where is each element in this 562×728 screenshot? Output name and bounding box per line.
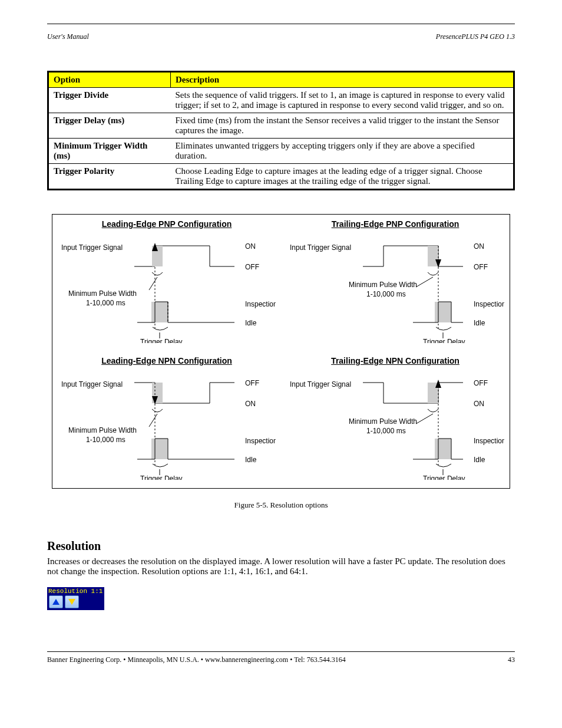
svg-text:1-10,000 ms: 1-10,000 ms (366, 427, 406, 435)
running-header: User's Manual PresencePLUS P4 GEO 1.3 (47, 32, 515, 41)
svg-text:Trigger Delay: Trigger Delay (423, 475, 465, 480)
header-right: PresencePLUS P4 GEO 1.3 (436, 32, 515, 41)
svg-text:Idle: Idle (474, 456, 485, 464)
table-row: Trigger Polarity Choose Leading Edge to … (48, 164, 514, 190)
svg-line-35 (149, 414, 157, 427)
svg-text:ON: ON (474, 242, 484, 251)
svg-text:Idle: Idle (245, 456, 257, 464)
svg-line-49 (416, 414, 433, 424)
desc-cell: Fixed time (ms) from the instant the Sen… (171, 113, 514, 139)
svg-text:Input Trigger Signal: Input Trigger Signal (290, 243, 351, 252)
desc-cell: Choose Leading Edge to capture images at… (171, 164, 514, 190)
svg-text:ON: ON (245, 400, 256, 408)
svg-text:Input Trigger Signal: Input Trigger Signal (290, 380, 351, 388)
svg-text:Minimum Pulse Width: Minimum Pulse Width (68, 289, 137, 298)
svg-text:1-10,000 ms: 1-10,000 ms (366, 290, 406, 298)
svg-text:OFF: OFF (474, 263, 488, 271)
diag-title-leading-pnp: Leading-Edge PNP Configuration (56, 219, 277, 229)
resolution-widget: Resolution 1:1 (47, 587, 104, 610)
resolution-up-button[interactable] (49, 595, 63, 608)
opt-cell: Trigger Polarity (48, 164, 171, 190)
opt-cell: Trigger Divide (48, 88, 171, 113)
svg-text:Minimum Pulse Width: Minimum Pulse Width (349, 281, 417, 289)
desc-cell: Eliminates unwanted triggers by acceptin… (171, 139, 514, 164)
svg-line-6 (149, 277, 157, 290)
opt-cell: Minimum Trigger Width (ms) (48, 139, 171, 164)
svg-rect-24 (435, 302, 451, 322)
table-row: Trigger Divide Sets the sequence of vali… (48, 88, 514, 113)
svg-text:ON: ON (474, 400, 484, 408)
table-row: Minimum Trigger Width (ms) Eliminates un… (48, 139, 514, 164)
resolution-down-button[interactable] (65, 595, 79, 608)
svg-text:Idle: Idle (245, 319, 257, 327)
diagram-trailing-pnp: Input Trigger Signal ON OFF Minimum Puls… (286, 231, 504, 343)
svg-rect-16 (428, 246, 438, 266)
table-row: Trigger Delay (ms) Fixed time (ms) from … (48, 113, 514, 139)
svg-text:ON: ON (245, 242, 256, 251)
resolution-body: Increases or decreases the resolution on… (47, 556, 515, 577)
svg-text:Trigger Delay: Trigger Delay (140, 475, 183, 480)
footer-left: Banner Engineering Corp. • Minneapolis, … (47, 655, 346, 664)
svg-rect-52 (435, 439, 451, 459)
svg-text:Minimum Pulse Width: Minimum Pulse Width (349, 417, 417, 426)
timing-diagram-figure: Leading-Edge PNP Configuration Input Tri… (52, 214, 510, 489)
svg-text:1-10,000 ms: 1-10,000 ms (86, 436, 125, 444)
resolution-value-label: Resolution 1:1 (47, 587, 104, 595)
svg-rect-9 (151, 302, 168, 322)
footer-right: 43 (508, 655, 515, 664)
diagram-leading-npn: Input Trigger Signal OFF ON Minimum Puls… (58, 368, 276, 480)
svg-text:OFF: OFF (474, 379, 488, 387)
opt-cell: Trigger Delay (ms) (48, 113, 171, 139)
svg-text:Inspection: Inspection (245, 300, 276, 308)
th-desc: Description (171, 72, 514, 88)
diag-title-leading-npn: Leading-Edge NPN Configuration (56, 356, 277, 365)
diag-title-trailing-npn: Trailing-Edge NPN Configuration (285, 356, 506, 365)
svg-text:Trigger Delay: Trigger Delay (140, 338, 183, 343)
svg-text:Inspection: Inspection (474, 437, 504, 445)
trigger-options-table: Option Description Trigger Divide Sets t… (47, 71, 515, 190)
svg-text:OFF: OFF (245, 379, 259, 387)
figure-caption: Figure 5-5. Resolution options (47, 500, 515, 510)
triangle-up-icon (52, 599, 59, 605)
desc-cell: Sets the sequence of valid triggers. If … (171, 88, 514, 113)
svg-text:1-10,000 ms: 1-10,000 ms (86, 299, 125, 307)
svg-text:Inspection: Inspection (474, 300, 504, 308)
svg-text:Input Trigger Signal: Input Trigger Signal (61, 380, 123, 388)
svg-rect-38 (151, 439, 168, 459)
diagram-leading-pnp: Input Trigger Signal ON OFF Minimum Puls… (58, 231, 276, 343)
header-left: User's Manual (47, 32, 89, 41)
svg-text:Inspection: Inspection (245, 437, 276, 445)
diagram-trailing-npn: Input Trigger Signal OFF ON Minimum Puls… (286, 368, 504, 480)
diag-title-trailing-pnp: Trailing-Edge PNP Configuration (285, 219, 506, 229)
svg-text:Idle: Idle (474, 319, 485, 327)
th-option: Option (48, 72, 171, 88)
svg-text:Minimum Pulse Width: Minimum Pulse Width (68, 426, 137, 434)
triangle-down-icon (68, 599, 75, 605)
svg-text:Input Trigger Signal: Input Trigger Signal (61, 243, 123, 252)
svg-line-21 (416, 277, 433, 287)
page-footer: Banner Engineering Corp. • Minneapolis, … (47, 655, 515, 664)
svg-text:Trigger Delay: Trigger Delay (423, 338, 465, 343)
svg-text:OFF: OFF (245, 263, 259, 271)
resolution-heading: Resolution (47, 539, 515, 553)
